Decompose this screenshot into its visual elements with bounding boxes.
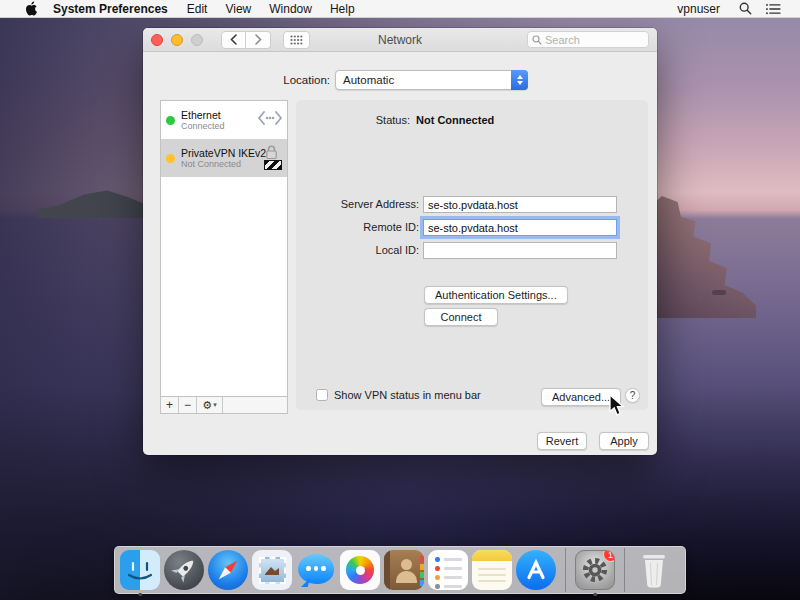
close-button[interactable] xyxy=(151,34,163,46)
notification-center-icon[interactable] xyxy=(766,3,781,15)
dock-launchpad-icon[interactable] xyxy=(164,550,204,590)
menu-item-help[interactable]: Help xyxy=(330,2,355,16)
ethernet-icon xyxy=(258,111,282,129)
dock-safari-icon[interactable] xyxy=(208,550,248,590)
authentication-settings-button[interactable]: Authentication Settings... xyxy=(424,286,568,304)
dock: 1 xyxy=(114,546,686,594)
dock-app-store-icon[interactable] xyxy=(516,550,556,590)
service-row-ethernet[interactable]: Ethernet Connected xyxy=(161,101,287,139)
zoom-button-disabled xyxy=(191,34,203,46)
location-label: Location: xyxy=(283,74,330,86)
dock-contacts-icon[interactable] xyxy=(384,550,424,590)
minimize-button[interactable] xyxy=(171,34,183,46)
apply-button[interactable]: Apply xyxy=(599,432,649,450)
dock-trash-icon[interactable] xyxy=(634,550,674,590)
show-vpn-status-checkbox[interactable] xyxy=(316,389,328,401)
local-id-field[interactable] xyxy=(423,242,617,259)
menu-app-name[interactable]: System Preferences xyxy=(53,2,168,16)
sidebar-toolbar: + − ⚙▾ xyxy=(161,396,287,413)
forward-button[interactable] xyxy=(246,31,271,49)
status-value: Not Connected xyxy=(416,114,494,126)
service-status: Connected xyxy=(181,121,225,131)
remote-id-field[interactable] xyxy=(423,219,617,236)
notification-badge: 1 xyxy=(603,550,615,562)
service-row-vpn[interactable]: PrivateVPN IKEv2 Not Connected xyxy=(161,139,287,177)
menu-item-view[interactable]: View xyxy=(225,2,251,16)
local-id-label: Local ID: xyxy=(296,244,419,256)
finder-running-dot xyxy=(138,593,142,597)
advanced-button[interactable]: Advanced... xyxy=(541,388,621,406)
menu-item-window[interactable]: Window xyxy=(269,2,312,16)
dock-reminders-icon[interactable] xyxy=(428,550,468,590)
vpn-settings-panel: Status: Not Connected Server Address: Re… xyxy=(296,100,648,410)
connect-button[interactable]: Connect xyxy=(424,308,498,326)
server-address-field[interactable] xyxy=(423,196,617,213)
location-popup[interactable]: Automatic xyxy=(335,70,528,90)
menu-item-edit[interactable]: Edit xyxy=(187,2,208,16)
dock-separator xyxy=(565,548,566,592)
status-label: Status: xyxy=(296,114,410,126)
revert-button[interactable]: Revert xyxy=(537,432,587,450)
services-sidebar: Ethernet Connected PrivateVPN IKEv2 Not … xyxy=(160,100,288,414)
apple-menu-icon[interactable] xyxy=(26,1,39,16)
help-button[interactable]: ? xyxy=(625,388,640,403)
back-button[interactable] xyxy=(221,31,246,49)
desktop-screen: System Preferences Edit View Window Help… xyxy=(0,0,800,600)
show-vpn-status-label: Show VPN status in menu bar xyxy=(334,389,481,401)
window-search-field[interactable] xyxy=(527,31,649,48)
spotlight-search-icon[interactable] xyxy=(739,2,752,15)
service-actions-gear-icon[interactable]: ⚙▾ xyxy=(197,397,223,413)
service-name: PrivateVPN IKEv2 xyxy=(181,147,261,159)
wallpaper-cliff xyxy=(644,196,756,318)
dock-separator xyxy=(624,548,625,592)
dock-finder-icon[interactable] xyxy=(120,550,160,590)
network-preferences-window: Network Location: Automatic xyxy=(143,28,657,455)
menu-bar: System Preferences Edit View Window Help… xyxy=(0,0,800,18)
add-service-button[interactable]: + xyxy=(161,397,179,413)
wallpaper-rock xyxy=(712,290,726,295)
status-dot-yellow xyxy=(166,154,175,163)
vpn-lock-icon xyxy=(261,145,282,171)
search-input[interactable] xyxy=(545,34,635,46)
dock-system-preferences-icon[interactable]: 1 xyxy=(575,550,615,590)
search-icon xyxy=(532,35,542,45)
service-name: Ethernet xyxy=(181,109,225,121)
dock-messages-icon[interactable] xyxy=(296,550,336,590)
system-preferences-running-dot xyxy=(593,593,597,597)
dock-notes-icon[interactable] xyxy=(472,550,512,590)
server-address-label: Server Address: xyxy=(296,198,419,210)
status-dot-green xyxy=(166,116,175,125)
menu-username[interactable]: vpnuser xyxy=(677,2,720,16)
location-value: Automatic xyxy=(343,74,394,86)
show-all-grid-icon[interactable] xyxy=(283,31,310,49)
service-status: Not Connected xyxy=(181,159,261,169)
remove-service-button[interactable]: − xyxy=(179,397,197,413)
dock-mail-icon[interactable] xyxy=(252,550,292,590)
popup-stepper-icon xyxy=(511,70,528,90)
dock-photos-icon[interactable] xyxy=(340,550,380,590)
remote-id-label: Remote ID: xyxy=(296,221,419,233)
window-titlebar[interactable]: Network xyxy=(143,28,657,52)
